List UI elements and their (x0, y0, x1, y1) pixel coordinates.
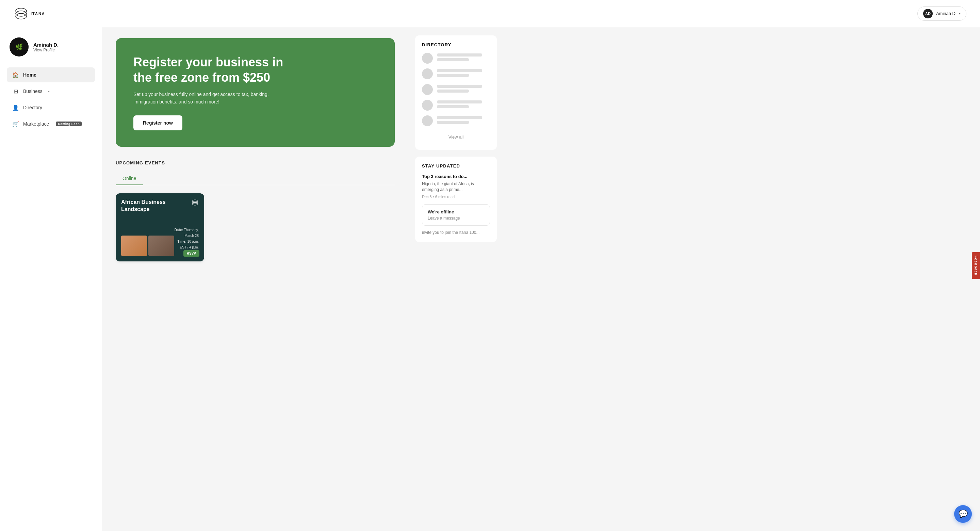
rsvp-badge[interactable]: RSVP (183, 250, 199, 257)
marketplace-icon: 🛒 (12, 121, 19, 127)
view-all-button[interactable]: View all (422, 131, 490, 143)
event-image: African Business Landscape (116, 193, 204, 262)
user-menu-button[interactable]: AD Aminah D ▾ (917, 6, 966, 21)
sidebar-item-directory[interactable]: 👤 Directory (7, 100, 95, 115)
dir-avatar-5 (422, 115, 433, 126)
register-now-button[interactable]: Register now (134, 115, 182, 130)
hero-card: Register your business in the free zone … (116, 38, 395, 147)
article-title: Top 3 reasons to do... (422, 174, 490, 179)
directory-item (422, 69, 490, 79)
article-read-time: 6 mins read (435, 195, 455, 199)
dir-avatar-2 (422, 69, 433, 79)
tab-online[interactable]: Online (116, 172, 143, 185)
sidebar-item-label-home: Home (23, 72, 37, 78)
chat-bubble-icon: 💬 (959, 510, 968, 518)
sidebar-item-label-directory: Directory (23, 105, 42, 110)
coming-soon-badge: Coming Soon (56, 121, 82, 126)
logo[interactable]: ITANA (14, 6, 45, 21)
home-icon: 🏠 (12, 72, 19, 78)
directory-icon: 👤 (12, 104, 19, 111)
directory-card-title: DIRECTORY (422, 42, 490, 47)
user-avatar: AD (923, 9, 933, 18)
sidebar: 🌿 Aminah D. View Profile 🏠 Home ⊞ Busine… (0, 27, 102, 531)
sidebar-item-label-marketplace: Marketplace (23, 121, 49, 127)
top-navigation: ITANA AD Aminah D ▾ (0, 0, 980, 27)
article-excerpt: Nigeria, the giant of Africa, is emergin… (422, 181, 490, 193)
chevron-right-icon: ▾ (48, 89, 50, 93)
article-date: Dec 8 (422, 195, 432, 199)
feedback-tab[interactable]: Feedback (972, 252, 980, 279)
dir-avatar-4 (422, 100, 433, 111)
directory-item (422, 84, 490, 95)
chat-bubble-button[interactable]: 💬 (954, 505, 972, 523)
event-logo (191, 199, 199, 207)
view-profile-link[interactable]: View Profile (33, 48, 59, 53)
chevron-down-icon: ▾ (959, 11, 961, 15)
right-panel: DIRECTORY View all (408, 27, 504, 531)
directory-item (422, 115, 490, 126)
hero-subtitle: Set up your business fully online and ge… (134, 91, 276, 106)
dir-avatar-3 (422, 84, 433, 95)
events-section: UPCOMING EVENTS Online African Business … (116, 160, 395, 262)
profile-name: Aminah D. (33, 42, 59, 48)
avatar: 🌿 (10, 37, 29, 56)
event-title: African Business Landscape (121, 199, 191, 213)
chat-subtitle: Leave a message (428, 216, 484, 220)
sidebar-item-home[interactable]: 🏠 Home (7, 67, 95, 82)
directory-card: DIRECTORY View all (415, 35, 497, 150)
sidebar-nav: 🏠 Home ⊞ Business ▾ 👤 Directory 🛒 Market… (7, 67, 95, 131)
logo-text: ITANA (30, 11, 45, 16)
main-content: Register your business in the free zone … (102, 27, 408, 531)
business-icon: ⊞ (12, 88, 19, 95)
feedback-label: Feedback (974, 256, 978, 276)
directory-item (422, 100, 490, 111)
article-separator: • (433, 195, 435, 199)
sidebar-item-label-business: Business (23, 88, 43, 94)
user-name-nav: Aminah D (936, 11, 956, 16)
event-card: African Business Landscape (116, 193, 204, 262)
chat-invite-text: invite you to join the Itana 100... (422, 230, 490, 236)
article-preview: Top 3 reasons to do... Nigeria, the gian… (422, 174, 490, 199)
chat-widget: We're offline Leave a message (422, 204, 490, 226)
hero-title: Register your business in the free zone … (134, 54, 297, 85)
dir-avatar-1 (422, 53, 433, 64)
events-tabs: Online (116, 172, 395, 185)
article-meta: Dec 8 • 6 mins read (422, 195, 490, 199)
chat-offline-text: We're offline (428, 209, 484, 214)
events-section-title: UPCOMING EVENTS (116, 160, 395, 166)
profile-section: 🌿 Aminah D. View Profile (7, 37, 95, 56)
sidebar-item-business[interactable]: ⊞ Business ▾ (7, 84, 95, 99)
stay-updated-card: STAY UPDATED Top 3 reasons to do... Nige… (415, 156, 497, 242)
stay-updated-title: STAY UPDATED (422, 163, 490, 169)
sidebar-item-marketplace[interactable]: 🛒 Marketplace Coming Soon (7, 116, 95, 131)
directory-item (422, 53, 490, 64)
